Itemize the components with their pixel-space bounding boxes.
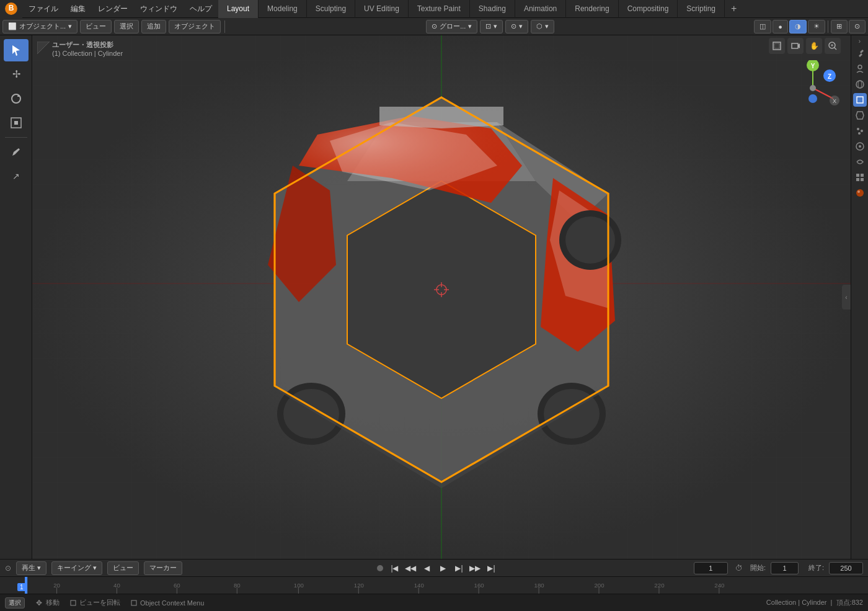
props-tool-btn[interactable]: [853, 47, 867, 60]
annotate-tool-btn[interactable]: [4, 141, 29, 163]
object-mode-dropdown[interactable]: ⬜ オブジェクト... ▾: [2, 20, 78, 33]
jump-to-end-btn[interactable]: ▶|: [484, 561, 498, 575]
camera-view-btn[interactable]: [787, 38, 804, 54]
gizmo-toggle-btn[interactable]: ⊙: [849, 20, 866, 33]
add-menu-btn[interactable]: 追加: [141, 20, 166, 33]
shading-wire-btn[interactable]: ◫: [754, 20, 771, 33]
shading-solid-btn[interactable]: ●: [773, 20, 788, 33]
viewport-3d[interactable]: ユーザー・透視投影 (1) Collection | Cylinder: [32, 35, 851, 559]
view-options-icon: ⊞: [836, 22, 842, 30]
blender-logo[interactable]: B: [0, 0, 22, 18]
overlay-btn[interactable]: ⬡ ▾: [531, 20, 554, 33]
select-menu-btn[interactable]: 選択: [114, 20, 139, 33]
props-particles-btn[interactable]: [853, 124, 867, 138]
svg-text:220: 220: [654, 583, 664, 589]
pivot-center-btn[interactable]: ⊙ グロー... ▾: [426, 20, 477, 33]
svg-text:B: B: [9, 4, 14, 12]
tab-uv-editing[interactable]: UV Editing: [355, 0, 409, 18]
proportional-edit-btn[interactable]: ⊙ ▾: [505, 20, 528, 33]
viewport-container[interactable]: ユーザー・透視投影 (1) Collection | Cylinder: [32, 35, 868, 559]
timeline-view-toggle[interactable]: ⊙: [5, 564, 11, 573]
snap-icon: ⊡: [485, 22, 491, 30]
overlay-chevron: ▾: [545, 22, 549, 30]
tab-texture-paint[interactable]: Texture Paint: [409, 0, 470, 18]
props-data-btn[interactable]: [853, 171, 867, 184]
select-tool-btn[interactable]: [4, 39, 29, 61]
help-menu[interactable]: ヘルプ: [184, 0, 218, 18]
props-world-btn[interactable]: [853, 78, 867, 91]
svg-rect-59: [861, 174, 864, 177]
step-forward-btn[interactable]: ▶|: [451, 561, 466, 575]
svg-point-49: [858, 65, 862, 69]
toolbar-bar: ⬜ オブジェクト... ▾ ビュー 選択 追加 オブジェクト ⊙ グロー... …: [0, 18, 868, 35]
props-physics-btn[interactable]: [853, 140, 867, 153]
svg-text:240: 240: [714, 583, 724, 589]
shading-rendered-btn[interactable]: ☀: [808, 20, 825, 33]
keying-menu-btn[interactable]: キーイング ▾: [51, 561, 102, 575]
prop-chevron: ▾: [519, 22, 523, 30]
svg-text:200: 200: [594, 583, 604, 589]
sidebar-toggle-btn[interactable]: ‹: [842, 285, 851, 310]
tab-rendering[interactable]: Rendering: [566, 0, 618, 18]
svg-text:180: 180: [534, 583, 544, 589]
file-menu[interactable]: ファイル: [22, 0, 64, 18]
tab-layout[interactable]: Layout: [218, 0, 259, 18]
render-menu[interactable]: レンダー: [92, 0, 134, 18]
tab-animation[interactable]: Animation: [515, 0, 566, 18]
left-tool-divider: [5, 137, 27, 138]
jump-back-btn[interactable]: ◀◀: [403, 561, 418, 575]
timeline-track[interactable]: 1 20 40 60 80 100 120 1: [0, 577, 868, 594]
view-options-btn[interactable]: ⊞: [831, 20, 848, 33]
svg-point-62: [856, 189, 864, 197]
tab-sculpting[interactable]: Sculpting: [307, 0, 355, 18]
props-collapse-btn[interactable]: ›: [853, 38, 867, 45]
snap-btn[interactable]: ⊡ ▾: [480, 20, 503, 33]
walk-view-btn[interactable]: ✋: [806, 38, 822, 54]
svg-text:↗: ↗: [12, 171, 20, 181]
context-menu-icon: [130, 599, 138, 607]
props-material-btn[interactable]: [853, 186, 867, 200]
zoom-view-btn[interactable]: [825, 38, 841, 54]
svg-text:X: X: [833, 98, 836, 104]
current-frame-display[interactable]: 1: [694, 562, 728, 574]
timeline-view-btn[interactable]: ビュー: [107, 561, 139, 575]
keying-chevron: ▾: [93, 564, 97, 572]
props-scene-btn[interactable]: [853, 62, 867, 76]
start-frame-input[interactable]: 1: [771, 562, 799, 574]
tab-shading[interactable]: Shading: [470, 0, 515, 18]
view-menu-btn[interactable]: ビュー: [80, 20, 112, 33]
play-forward-btn[interactable]: ▶: [435, 561, 450, 575]
measure-tool-btn[interactable]: ↗: [4, 165, 29, 187]
add-workspace-button[interactable]: +: [725, 0, 743, 18]
marker-btn[interactable]: マーカー: [144, 561, 182, 575]
move-tool-btn[interactable]: ✢: [4, 63, 29, 86]
props-object-btn[interactable]: [853, 93, 867, 107]
orthographic-view-btn[interactable]: [769, 38, 785, 54]
file-menu-items: ファイル 編集 レンダー ウィンドウ ヘルプ: [22, 0, 218, 18]
rotate-tool-btn[interactable]: [4, 87, 29, 110]
rendered-icon: ☀: [813, 22, 820, 30]
jump-to-start-btn[interactable]: |◀: [387, 561, 402, 575]
playback-menu-btn[interactable]: 再生 ▾: [16, 561, 46, 575]
svg-rect-58: [856, 174, 859, 177]
tab-modeling[interactable]: Modeling: [259, 0, 307, 18]
gizmo-icon: ⊙: [854, 22, 860, 30]
props-modifier-btn[interactable]: [853, 109, 867, 122]
tab-compositing[interactable]: Compositing: [619, 0, 678, 18]
toolbar-sep-1: [224, 20, 225, 33]
scale-tool-btn[interactable]: [4, 112, 29, 134]
edit-menu[interactable]: 編集: [64, 0, 92, 18]
move-icon: ✥: [35, 599, 43, 607]
navigation-gizmo[interactable]: Y X Z: [785, 60, 841, 116]
end-frame-input[interactable]: 250: [829, 562, 863, 574]
step-back-btn[interactable]: ◀: [419, 561, 434, 575]
shading-material-btn[interactable]: ◑: [789, 20, 807, 33]
window-menu[interactable]: ウィンドウ: [134, 0, 184, 18]
svg-point-54: [861, 130, 863, 132]
tab-scripting[interactable]: Scripting: [678, 0, 725, 18]
jump-forward-btn[interactable]: ▶▶: [467, 561, 482, 575]
svg-rect-64: [0, 577, 868, 594]
props-constraints-btn[interactable]: [853, 155, 867, 169]
object-menu-btn[interactable]: オブジェクト: [169, 20, 221, 33]
svg-text:Y: Y: [811, 63, 815, 69]
